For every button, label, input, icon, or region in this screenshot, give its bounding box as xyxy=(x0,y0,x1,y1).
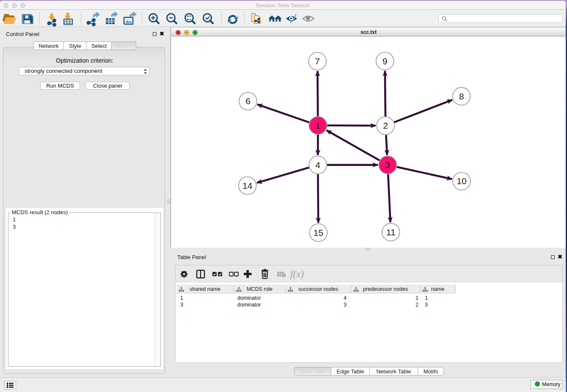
svg-text:9: 9 xyxy=(383,56,388,66)
svg-text:f(x): f(x) xyxy=(290,269,304,279)
svg-text:1: 1 xyxy=(316,121,321,130)
svg-text:10: 10 xyxy=(457,176,466,186)
svg-text:8: 8 xyxy=(459,91,464,101)
svg-text:7: 7 xyxy=(315,56,320,66)
svg-text:3: 3 xyxy=(385,160,390,170)
svg-text:14: 14 xyxy=(242,181,253,190)
svg-text:2: 2 xyxy=(383,121,388,130)
svg-text:4: 4 xyxy=(315,160,320,170)
svg-text:11: 11 xyxy=(386,227,396,237)
svg-text:6: 6 xyxy=(245,96,250,106)
svg-text:15: 15 xyxy=(314,228,323,237)
